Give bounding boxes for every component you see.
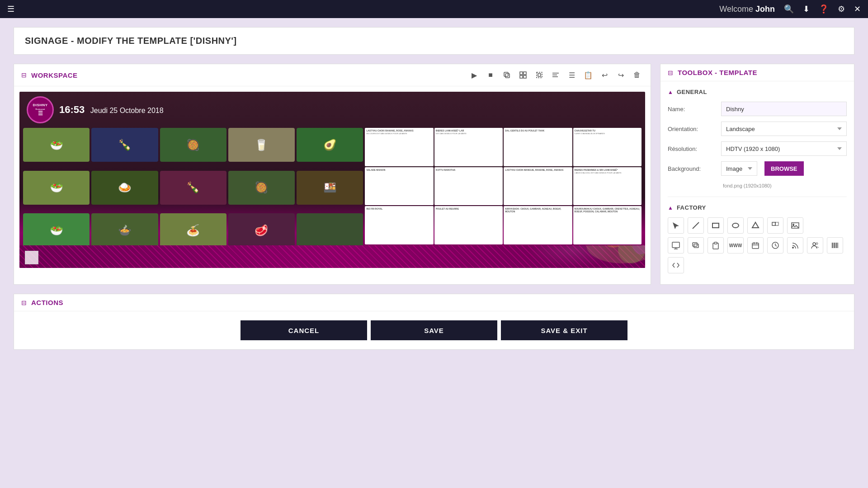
- group-button[interactable]: [517, 69, 529, 81]
- svg-rect-4: [520, 75, 523, 78]
- workspace-panel: ⊟ WORKSPACE ▶ ■ ☰ 📋 ↩: [14, 64, 651, 285]
- select-tool-icon[interactable]: [767, 217, 783, 234]
- svg-marker-19: [752, 222, 759, 228]
- svg-rect-3: [524, 72, 526, 75]
- clock-tool-icon[interactable]: [767, 237, 783, 253]
- svg-line-16: [693, 222, 699, 229]
- polygon-tool-icon[interactable]: [747, 217, 764, 234]
- toolbox-title: TOOLBOX - TEMPLATE: [678, 69, 757, 76]
- name-label: Name:: [668, 106, 717, 113]
- screen-tool-icon[interactable]: [668, 237, 684, 253]
- toolbox-panel: ⊟ TOOLBOX - TEMPLATE ▲ GENERAL Name: Ori…: [660, 64, 854, 285]
- menu-card: RIZ FRI ROYAL: [365, 206, 433, 244]
- cursor-tool-icon[interactable]: [668, 217, 684, 234]
- code-tool-icon[interactable]: [668, 257, 684, 273]
- general-section-header: ▲ GENERAL: [668, 89, 847, 95]
- align-button[interactable]: [549, 69, 562, 81]
- resolution-select[interactable]: HDTV (868 x 488) HD (1280 x 720): [721, 141, 847, 156]
- food-item: 🥘: [228, 171, 295, 205]
- workspace-collapse-icon[interactable]: ⊟: [21, 71, 27, 79]
- svg-rect-24: [672, 242, 679, 248]
- background-type-select[interactable]: Image Color Video: [721, 161, 757, 176]
- nav-right: Welcome John 🔍 ⬇ ❓ ⚙ ✕: [719, 4, 861, 14]
- page-title-bar: SIGNAGE - MODIFY THE TEMPLATE ['DISHNY']: [14, 27, 854, 55]
- canvas-body: 🥗 🍾 🥘 🥛 🥑 🥗 🍛 🍾 🥘 🍱 🥗 🍲: [19, 128, 645, 254]
- actions-panel: ⊟ ACTIONS CANCEL SAVE SAVE & EXIT: [14, 294, 854, 350]
- cancel-button[interactable]: CANCEL: [241, 320, 367, 340]
- svg-rect-31: [752, 243, 759, 249]
- toolbox-collapse-icon[interactable]: ⊟: [668, 69, 673, 76]
- food-item: 🍾: [91, 128, 158, 162]
- orientation-select[interactable]: Landscape Portrait: [721, 122, 847, 136]
- food-item: 🍝: [160, 213, 226, 247]
- paste-button[interactable]: 📋: [582, 69, 594, 81]
- svg-rect-10: [552, 76, 558, 77]
- barcode-tool-icon[interactable]: [827, 237, 843, 253]
- settings-icon[interactable]: ⚙: [838, 4, 845, 14]
- redo-button[interactable]: ↪: [614, 69, 627, 81]
- factory-section-title: FACTORY: [677, 204, 706, 211]
- menu-card: LASTYAU CHOIX BANANE, ROSE, ANANAS EN CO…: [365, 128, 433, 166]
- ungroup-button[interactable]: [533, 69, 546, 81]
- background-row: Background: Image Color Video BROWSE: [668, 161, 847, 176]
- canvas-preview: DISHNY Restaurant ☰ 16:53 Jeudi 25 Octob…: [19, 92, 645, 268]
- orientation-label: Orientation:: [668, 126, 717, 132]
- slideshow-tool-icon[interactable]: [688, 237, 704, 253]
- save-exit-button[interactable]: SAVE & EXIT: [501, 320, 627, 340]
- search-icon[interactable]: 🔍: [784, 4, 794, 14]
- resolution-label: Résolution:: [668, 145, 717, 152]
- play-button[interactable]: ▶: [468, 69, 481, 81]
- clipboard-tool-icon[interactable]: [708, 237, 724, 253]
- calendar-tool-icon[interactable]: [747, 237, 764, 253]
- svg-rect-45: [836, 243, 837, 248]
- delete-button[interactable]: 🗑: [631, 69, 643, 81]
- ellipse-tool-icon[interactable]: [727, 217, 744, 234]
- browse-button[interactable]: BROWSE: [764, 161, 804, 176]
- download-icon[interactable]: ⬇: [803, 4, 810, 14]
- food-item: 🍾: [160, 171, 226, 205]
- logo-circle: DISHNY Restaurant ☰: [27, 96, 54, 123]
- toolbox-header: ⊟ TOOLBOX - TEMPLATE: [660, 64, 854, 81]
- svg-rect-2: [520, 72, 523, 75]
- menu-card: POULET AU BEURRE: [434, 206, 503, 244]
- copy-button[interactable]: [500, 69, 513, 81]
- menu-card: NOUROUMAKAJ CHOUX, GAMBARI, CREVETTES, A…: [573, 206, 642, 244]
- list-button[interactable]: ☰: [566, 69, 578, 81]
- file-hint: fond.png (868x488): [723, 183, 772, 188]
- rss-tool-icon[interactable]: [787, 237, 803, 253]
- svg-rect-28: [694, 244, 698, 248]
- food-item: 🍲: [91, 213, 158, 247]
- line-tool-icon[interactable]: [688, 217, 704, 234]
- food-grid: 🥗 🍾 🥘 🥛 🥑 🥗 🍛 🍾 🥘 🍱 🥗 🍲: [23, 128, 363, 254]
- svg-rect-27: [693, 243, 697, 246]
- general-collapse-icon[interactable]: ▲: [668, 89, 673, 95]
- general-section-title: GENERAL: [677, 89, 707, 95]
- people-tool-icon[interactable]: [807, 237, 823, 253]
- food-item: [297, 213, 363, 247]
- help-icon[interactable]: ❓: [819, 4, 829, 14]
- main-content: ⊟ WORKSPACE ▶ ■ ☰ 📋 ↩: [14, 64, 854, 285]
- food-item: 🥩: [228, 213, 295, 247]
- workspace-canvas: DISHNY Restaurant ☰ 16:53 Jeudi 25 Octob…: [14, 86, 651, 276]
- page-title: SIGNAGE - MODIFY THE TEMPLATE ['DISHNY']: [25, 36, 843, 46]
- factory-collapse-icon[interactable]: ▲: [668, 205, 673, 211]
- undo-button[interactable]: ↩: [598, 69, 611, 81]
- menu-card: BIERES LANKAISEÉ* LAB EST DAN GENEUX POU…: [434, 128, 503, 166]
- svg-point-39: [813, 243, 816, 245]
- name-input[interactable]: [721, 102, 847, 116]
- actions-collapse-icon[interactable]: ⊟: [21, 299, 27, 306]
- svg-point-40: [816, 243, 818, 244]
- actions-title: ACTIONS: [31, 299, 63, 306]
- rectangle-tool-icon[interactable]: [708, 217, 724, 234]
- close-icon[interactable]: ✕: [854, 4, 861, 14]
- svg-rect-21: [775, 222, 778, 225]
- stop-button[interactable]: ■: [484, 69, 497, 81]
- food-item: 🥗: [23, 171, 90, 205]
- factory-section-header: ▲ FACTORY: [668, 204, 847, 211]
- www-tool-icon[interactable]: WWW: [727, 237, 744, 253]
- svg-rect-8: [552, 73, 559, 74]
- hamburger-icon[interactable]: ☰: [7, 4, 14, 14]
- menu-card: DAL GENTILS DU AU POULET THAK: [504, 128, 572, 166]
- save-button[interactable]: SAVE: [371, 320, 497, 340]
- image-tool-icon[interactable]: [787, 217, 803, 234]
